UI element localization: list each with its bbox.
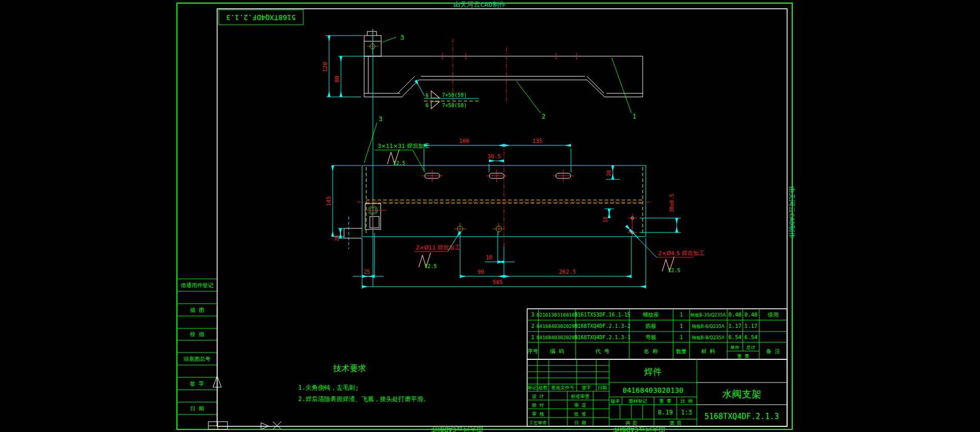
d45-note-text: 2×Ø4.5 焊后加工 xyxy=(658,250,705,257)
slots xyxy=(422,170,574,182)
callout-3-front: 3 xyxy=(400,34,404,41)
holes-d45 xyxy=(628,213,637,237)
col-remark: 备 注 xyxy=(766,348,780,354)
label-std-review: 标准审查 xyxy=(570,394,590,399)
weight-value: 8.19 xyxy=(658,409,673,416)
part-type: 焊件 xyxy=(644,367,662,377)
cell-unit-weight: 6.54 xyxy=(728,334,741,340)
seat-plan xyxy=(364,200,387,233)
slot-note-text: 3×11×31 焊后加工 xyxy=(378,143,430,149)
cell-qty: 1 xyxy=(680,334,683,340)
finish-12-5-b: 12.5 xyxy=(424,263,437,269)
dim-30-tol: 30±0.5 xyxy=(669,194,675,212)
weld-spec-bottom: 7×50(50) xyxy=(442,103,467,108)
d45-note: 2×Ø4.5 焊后加工 12.5 xyxy=(626,226,705,273)
weld-size-bottom: 6 xyxy=(426,103,429,108)
margin-old-no-label: 旧底图总号 xyxy=(184,356,211,362)
table-row: 1 04168403020280 5168TXQ4DF.2.1.3-1 弯板 1… xyxy=(531,334,758,340)
col-material: 材 料 xyxy=(701,348,715,354)
cell-code: 04168403020290 xyxy=(536,323,578,329)
watermark-right: 由天河云CAD制作 xyxy=(788,186,796,238)
weld-spec-top: 7×50(50) xyxy=(442,92,467,98)
label-approve-check: 审 定 xyxy=(574,403,586,408)
col-unit-weight: 单件 xyxy=(730,345,740,350)
cad-canvas: 借通用件登记 描 图 校 描 旧底图总号 签 字 日 期 5168TXQ4DF.… xyxy=(0,0,980,432)
label-page: 第 页 xyxy=(669,420,681,426)
dim-135: 135 xyxy=(532,138,543,144)
dim-585: 585 xyxy=(493,279,503,286)
border-marks xyxy=(208,307,281,429)
cell-unit-weight: 1.17 xyxy=(728,323,741,329)
cell-remark: 借用 xyxy=(767,311,779,318)
cell-seq: 2 xyxy=(531,323,534,329)
dim-20-left: 20 xyxy=(334,235,339,241)
label-process-review: 工艺审查 xyxy=(529,420,547,425)
callout-2: 2 xyxy=(542,112,546,120)
col-dwg: 代 号 xyxy=(595,348,610,354)
cell-unit-weight: 0.48 xyxy=(728,311,741,318)
col-total-weight: 总计 xyxy=(746,345,756,350)
cell-material: 钢板B-35/Q235A xyxy=(690,312,726,318)
margin-check-trace-label: 校 描 xyxy=(189,331,204,337)
title-block: 标记 处数 更改文件号 签字 日期 设 计 校 对 审 核 工艺审查 标准审查 … xyxy=(527,359,787,426)
watermarks: 由天河云CAD制作 由天河云CAD制作 由天河云CAD制作 由天河云CAD制作 xyxy=(431,1,796,432)
d11-note: 2×Ø11 焊后加工 12.5 xyxy=(414,232,460,269)
weld-symbol: 6 6 7×50(50) 7×50(50) xyxy=(416,80,479,109)
callout-3-plan: 3 xyxy=(379,115,383,123)
dim-front-web: 80 xyxy=(334,76,340,82)
label-mark: 标记 xyxy=(527,385,537,390)
table-row: 3 02161303160160 5161TXS3DF.16.1-15 螺纹座 … xyxy=(531,311,779,318)
dim-10: 10 xyxy=(485,254,492,261)
cell-dwg: 5168TXQ4DF.2.1.3-2 xyxy=(575,323,630,329)
tech-item-2: 2.焊后清除表面焊渣、飞溅，接头处打磨平滑。 xyxy=(298,395,429,403)
watermark-bottom-left: 由天河云CAD制作 xyxy=(431,426,483,432)
callout-1: 1 xyxy=(632,112,636,120)
label-design: 设 计 xyxy=(532,394,544,399)
label-scale: 比 例 xyxy=(680,398,692,404)
cell-code: 04168403020280 xyxy=(536,335,578,340)
label-approve: 批 准 xyxy=(574,411,586,417)
code-box: 5168TXQ4DF.2.1.3 xyxy=(219,10,303,25)
cell-material: 钢板B-6/Q235A xyxy=(692,324,725,329)
cell-total-weight: 1.17 xyxy=(744,323,757,329)
tech-title: 技术要求 xyxy=(333,363,366,373)
col-weight: 重 量 xyxy=(737,354,749,359)
front-view: 120 80 6 6 7×50(50) 7×50(50) 3 2 1 xyxy=(322,29,643,287)
dim-18: 18 xyxy=(602,217,608,223)
dim-145: 145 xyxy=(325,196,332,206)
scale-value: 1:3 xyxy=(681,409,692,416)
sheet-frame xyxy=(177,3,792,429)
weld-size-top: 6 xyxy=(426,93,429,98)
dim-front-total: 120 xyxy=(322,62,329,72)
code-box-text: 5168TXQ4DF.2.1.3 xyxy=(226,13,296,22)
drawing-sheet: 借通用件登记 描 图 校 描 旧底图总号 签 字 日 期 5168TXQ4DF.… xyxy=(0,0,980,432)
dim-166: 166 xyxy=(459,138,469,144)
dim-262-5: 262.5 xyxy=(559,269,576,275)
margin-sign-label: 签 字 xyxy=(190,380,204,387)
left-tab xyxy=(344,217,362,249)
col-code: 编 码 xyxy=(550,348,564,354)
cell-seq: 1 xyxy=(531,334,534,340)
table-row: 2 04168403020290 5168TXQ4DF.2.1.3-2 筋板 1… xyxy=(531,323,758,329)
label-change-file: 更改文件号 xyxy=(551,385,575,390)
col-qty: 数量 xyxy=(676,348,687,354)
dim-90: 90 xyxy=(477,269,484,275)
dim-30-5: 30.5 xyxy=(487,153,501,160)
label-date-2: 日 期 xyxy=(574,420,586,425)
holes-d11 xyxy=(454,223,505,235)
label-sign: 签字 xyxy=(582,385,591,390)
x-mark-icon xyxy=(273,422,281,429)
cell-qty: 1 xyxy=(680,311,683,318)
cell-material: 钢板B-8/Q235A xyxy=(692,335,725,340)
cell-total-weight: 0.48 xyxy=(744,311,757,318)
dim-20-right: 20 xyxy=(606,170,612,176)
plan-view: 166 135 30.5 145 20 25 10 90 262.5 585 2… xyxy=(325,115,705,289)
cell-name: 弯板 xyxy=(646,334,657,340)
cell-code: 02161303160160 xyxy=(536,312,578,318)
cell-qty: 1 xyxy=(680,323,683,329)
label-audit: 审 核 xyxy=(532,411,544,417)
label-check: 校 对 xyxy=(532,403,544,408)
dim-25: 25 xyxy=(363,269,370,275)
tech-requirements: 技术要求 1.尖角倒钝，去毛刺; 2.焊后清除表面焊渣、飞溅，接头处打磨平滑。 xyxy=(298,363,429,403)
margin-date-label: 日 期 xyxy=(190,405,204,411)
